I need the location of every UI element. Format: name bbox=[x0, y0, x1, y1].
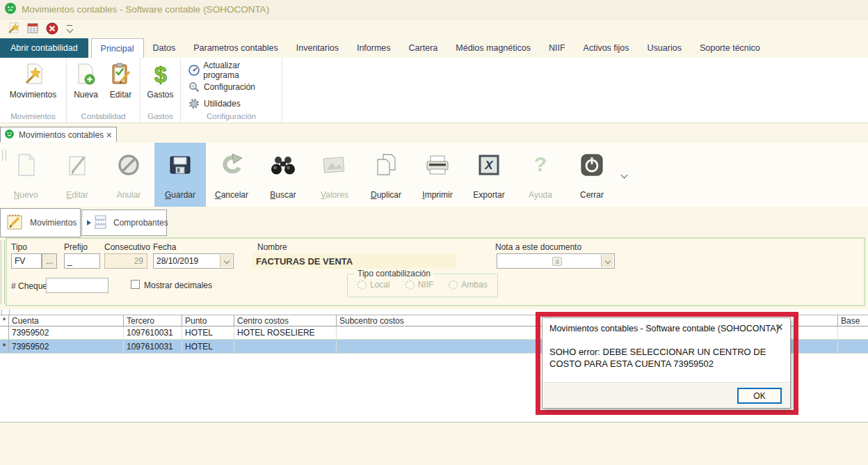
window-title: Movimientos contables - Software contabl… bbox=[22, 4, 269, 15]
nota-dropdown-icon[interactable] bbox=[601, 255, 613, 267]
editar-button-label: Editar bbox=[110, 90, 131, 100]
nuevo-label: Nuevo bbox=[14, 190, 38, 200]
dialog-title: Movimientos contables - Software contabl… bbox=[549, 324, 779, 333]
tab-datos[interactable]: Datos bbox=[144, 38, 185, 58]
document-tab-row: Movimientos contables × bbox=[0, 127, 868, 143]
valores-label: Valores bbox=[321, 190, 348, 200]
tipo-browse-button[interactable]: ... bbox=[42, 253, 57, 269]
tab-abrir-contabilidad[interactable]: Abrir contabilidad bbox=[0, 38, 88, 58]
movimientos-button[interactable]: Movimientos bbox=[10, 61, 56, 100]
view-tab-comprobantes[interactable]: Comprobantes bbox=[81, 210, 167, 236]
cell-centro-costos[interactable] bbox=[234, 340, 337, 353]
form-splitter-grip[interactable] bbox=[1, 240, 5, 304]
imprimir-button[interactable]: Imprimir bbox=[412, 143, 463, 207]
svg-text:X: X bbox=[484, 159, 494, 172]
ribbon-group-movimientos: Movimientos Movimientos bbox=[0, 58, 67, 123]
ayuda-button[interactable]: ? Ayuda bbox=[515, 143, 566, 207]
tab-niif[interactable]: NIIF bbox=[540, 38, 574, 58]
duplicar-button[interactable]: Duplicar bbox=[360, 143, 412, 207]
guardar-button[interactable]: Guardar bbox=[154, 143, 206, 207]
tab-activos-fijos[interactable]: Activos fijos bbox=[574, 38, 638, 58]
document-tab-close-icon[interactable]: × bbox=[106, 130, 112, 140]
tab-cartera[interactable]: Cartera bbox=[400, 38, 447, 58]
cell-tercero[interactable]: 1097610031 bbox=[124, 326, 182, 339]
guardar-label: Guardar bbox=[165, 190, 195, 200]
dialog-close-icon[interactable]: × bbox=[775, 321, 783, 333]
radio-local[interactable]: Local bbox=[357, 280, 390, 290]
qat-customize-icon[interactable] bbox=[65, 25, 74, 32]
cerrar-button[interactable]: Cerrar bbox=[566, 143, 618, 207]
configuracion-button[interactable]: Configuración bbox=[188, 79, 255, 95]
tab-inventarios[interactable]: Inventarios bbox=[287, 38, 348, 58]
editar-button[interactable]: Editar bbox=[104, 61, 138, 100]
red-annotation-border: Movimientos contables - Software contabl… bbox=[536, 312, 798, 415]
help-question-icon: ? bbox=[530, 150, 551, 180]
ok-button[interactable]: OK bbox=[737, 388, 782, 404]
fecha-dropdown-icon[interactable] bbox=[220, 255, 232, 267]
application-window: Movimientos contables - Software contabl… bbox=[0, 0, 868, 465]
cell-subcentro-costos[interactable] bbox=[337, 326, 550, 339]
binoculars-icon bbox=[270, 150, 296, 180]
fecha-combo[interactable]: 28/10/2019 bbox=[153, 253, 234, 269]
row-selector: * bbox=[0, 340, 9, 353]
tab-usuarios[interactable]: Usuarios bbox=[638, 38, 691, 58]
radio-ambas[interactable]: Ambas bbox=[449, 280, 487, 290]
gastos-button[interactable]: $ Gastos bbox=[143, 61, 179, 100]
ribbon-group-configuracion: Actualizar programa Configuración Utilid… bbox=[181, 58, 282, 123]
column-header-base[interactable]: Base bbox=[838, 315, 868, 326]
cell-base[interactable] bbox=[838, 340, 868, 353]
column-header-cuenta[interactable]: Cuenta bbox=[9, 315, 124, 326]
cell-base[interactable] bbox=[838, 326, 868, 339]
tipo-input[interactable]: FV bbox=[11, 253, 42, 269]
toolbar-overflow-icon[interactable] bbox=[622, 143, 627, 207]
excel-icon: X bbox=[477, 150, 501, 180]
tab-medios-magneticos[interactable]: Médios magnéticos bbox=[447, 38, 540, 58]
cell-cuenta[interactable]: 73959502 bbox=[9, 326, 124, 339]
prefijo-input[interactable]: _ bbox=[64, 253, 100, 269]
gear-icon bbox=[188, 97, 200, 110]
utilidades-label: Utilidades bbox=[204, 99, 241, 109]
buscar-button[interactable]: Buscar bbox=[257, 143, 309, 207]
cell-tercero[interactable]: 1097610031 bbox=[124, 340, 182, 353]
anular-button[interactable]: Anular bbox=[103, 143, 154, 207]
valores-button[interactable]: Valores bbox=[309, 143, 360, 207]
utilidades-button[interactable]: Utilidades bbox=[188, 95, 241, 112]
document-tab-movimientos-contables[interactable]: Movimientos contables × bbox=[0, 127, 117, 142]
tipo-contabilizacion-groupbox: Tipo contabilización Local NIIF Ambas bbox=[347, 274, 498, 297]
wand-icon[interactable] bbox=[7, 22, 19, 35]
nuevo-button[interactable]: Nuevo bbox=[0, 143, 51, 207]
column-header-punto[interactable]: Punto bbox=[182, 315, 234, 326]
save-floppy-icon bbox=[168, 150, 193, 180]
column-header-subcentro-costos[interactable]: Subcentro costos bbox=[337, 315, 550, 326]
cell-subcentro-costos[interactable] bbox=[337, 340, 550, 353]
editar-record-button[interactable]: Editar bbox=[51, 143, 103, 207]
view-tab-movimientos[interactable]: Movimientos bbox=[0, 208, 81, 237]
cancelar-button[interactable]: Cancelar bbox=[206, 143, 257, 207]
close-circle-icon[interactable] bbox=[46, 22, 58, 35]
tab-parametros-contables[interactable]: Parametros contables bbox=[184, 38, 287, 58]
dollar-icon: $ bbox=[150, 61, 171, 88]
tipo-contabilizacion-label: Tipo contabilización bbox=[355, 269, 433, 278]
column-header-centro-costos[interactable]: Centro costos bbox=[234, 315, 337, 326]
tab-informes[interactable]: Informes bbox=[348, 38, 400, 58]
column-header-tercero[interactable]: Tercero bbox=[124, 315, 182, 326]
cell-centro-costos[interactable]: HOTEL ROSELIERE bbox=[234, 326, 337, 339]
cheque-label: # Cheque bbox=[11, 281, 47, 291]
duplicate-pages-icon bbox=[373, 150, 399, 180]
cell-punto[interactable]: HOTEL bbox=[182, 326, 234, 339]
tab-principal[interactable]: Principal bbox=[91, 38, 144, 58]
nueva-button[interactable]: Nueva bbox=[69, 61, 104, 100]
mostrar-decimales-checkbox[interactable] bbox=[131, 280, 140, 289]
toolbar-grip[interactable] bbox=[2, 150, 6, 161]
cell-cuenta[interactable]: 73959502 bbox=[9, 340, 124, 353]
actualizar-programa-button[interactable]: Actualizar programa bbox=[188, 62, 275, 79]
table-icon[interactable] bbox=[26, 22, 39, 35]
view-tab-movimientos-label: Movimientos bbox=[30, 218, 77, 228]
radio-niif[interactable]: NIIF bbox=[405, 280, 434, 290]
tab-soporte-tecnico[interactable]: Soporte técnico bbox=[691, 38, 769, 58]
nota-combo[interactable]: a bbox=[497, 253, 615, 269]
cheque-input[interactable] bbox=[46, 278, 108, 293]
exportar-button[interactable]: X Exportar bbox=[463, 143, 515, 207]
radio-ambas-icon bbox=[449, 281, 458, 290]
cell-punto[interactable]: HOTEL bbox=[182, 340, 234, 353]
